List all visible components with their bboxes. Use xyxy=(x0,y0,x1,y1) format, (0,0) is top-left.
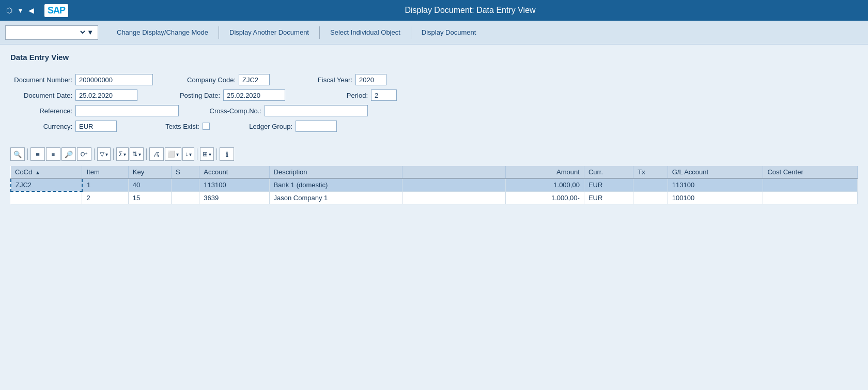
posting-date-group: Posting Date: xyxy=(158,89,285,101)
tb-sep-1 xyxy=(27,148,28,160)
cell-item[interactable]: 2 xyxy=(82,191,128,204)
company-code-input[interactable] xyxy=(239,74,270,85)
table-header: CoCd ▲ Item Key S Account Description Am… xyxy=(11,166,858,178)
reference-group: Reference: xyxy=(10,105,179,116)
menu-item-change-display[interactable]: Change Display/Change Mode xyxy=(109,25,216,39)
menu-separator-1 xyxy=(219,26,219,39)
table-header-row: CoCd ▲ Item Key S Account Description Am… xyxy=(11,166,858,178)
document-number-label: Document Number: xyxy=(10,76,72,84)
form-row-1: Document Number: Company Code: Fiscal Ye… xyxy=(10,74,858,85)
sort-button[interactable]: ⇅ ▾ xyxy=(130,147,144,161)
col-header-cocd: CoCd ▲ xyxy=(11,166,82,178)
currency-input[interactable] xyxy=(75,121,117,132)
sum-button[interactable]: Σ ▾ xyxy=(116,147,129,161)
tb-sep-2 xyxy=(94,148,95,160)
table-row[interactable]: 2153639Jason Company 11.000,00-EUR100100 xyxy=(11,191,858,204)
menu-item-display-another[interactable]: Display Another Document xyxy=(221,25,317,39)
export-button[interactable]: ⬜ ▾ xyxy=(165,147,181,161)
texts-exist-checkbox[interactable] xyxy=(203,123,210,130)
col-header-cost-center: Cost Center xyxy=(763,166,858,178)
sort-dropdown-icon: ▾ xyxy=(138,152,141,157)
info-button[interactable]: ℹ xyxy=(220,147,234,161)
menu-item-display-document[interactable]: Display Document xyxy=(413,25,485,39)
period-group: Period: xyxy=(306,89,397,101)
align-center-button[interactable]: ≡ xyxy=(46,147,60,161)
align-left-icon: ≡ xyxy=(36,151,40,158)
nav-menu-button[interactable]: ⬡ xyxy=(4,5,14,16)
cell-account[interactable]: 113100 xyxy=(199,178,269,191)
search-button[interactable]: 🔎 xyxy=(61,147,76,161)
cell-cocd[interactable]: ZJC2 xyxy=(11,178,82,191)
period-input[interactable] xyxy=(371,89,397,101)
menu-separator-2 xyxy=(319,26,320,39)
cell-amount[interactable]: 1.000,00- xyxy=(505,191,584,204)
document-number-input[interactable] xyxy=(75,74,153,85)
layout-icon: ⊞ xyxy=(203,151,208,158)
document-number-group: Document Number: xyxy=(10,74,153,85)
cocd-sort-icon: ▲ xyxy=(35,170,40,175)
document-date-label: Document Date: xyxy=(10,92,72,99)
dropdown-arrow-icon: ▼ xyxy=(87,28,94,36)
menu-dropdown[interactable]: ▼ xyxy=(5,25,98,40)
zoom-button[interactable]: 🔍 xyxy=(10,147,25,161)
currency-label: Currency: xyxy=(10,123,72,130)
filter-icon: ▽ xyxy=(100,151,104,158)
cell-tx[interactable] xyxy=(633,191,668,204)
reference-input[interactable] xyxy=(75,105,179,116)
align-center-icon: ≡ xyxy=(52,151,55,157)
export-icon: ⬜ xyxy=(167,151,175,158)
posting-date-input[interactable] xyxy=(223,89,285,101)
cell-s[interactable] xyxy=(172,178,199,191)
cell-curr[interactable]: EUR xyxy=(584,191,633,204)
cell-amount[interactable]: 1.000,00 xyxy=(505,178,584,191)
nav-icons: ⬡ ▾ ◀ xyxy=(4,5,36,16)
cell-gl-account[interactable]: 113100 xyxy=(668,178,763,191)
cell-curr[interactable]: EUR xyxy=(584,178,633,191)
sap-logo: SAP xyxy=(44,4,68,17)
menu-item-select-individual[interactable]: Select Individual Object xyxy=(322,25,409,39)
command-dropdown[interactable] xyxy=(10,28,87,37)
col-header-spacer xyxy=(402,166,505,178)
table-row[interactable]: ZJC2140113100Bank 1 (domestic)1.000,00EU… xyxy=(11,178,858,191)
cell-key[interactable]: 40 xyxy=(128,178,171,191)
cell-spacer[interactable] xyxy=(402,178,505,191)
col-header-amount: Amount xyxy=(505,166,584,178)
download-button[interactable]: ↓ ▾ xyxy=(182,147,194,161)
tb-sep-3 xyxy=(113,148,114,160)
ledger-group-input[interactable] xyxy=(296,121,337,132)
cell-gl-account[interactable]: 100100 xyxy=(668,191,763,204)
cell-s[interactable] xyxy=(172,191,199,204)
tb-sep-4 xyxy=(146,148,147,160)
cell-tx[interactable] xyxy=(633,178,668,191)
cell-key[interactable]: 15 xyxy=(128,191,171,204)
cell-description[interactable]: Jason Company 1 xyxy=(269,191,402,204)
align-left-button[interactable]: ≡ xyxy=(30,147,45,161)
col-header-curr: Curr. xyxy=(584,166,633,178)
menu-separator-3 xyxy=(411,26,411,39)
cell-account[interactable]: 3639 xyxy=(199,191,269,204)
tb-sep-5 xyxy=(197,148,197,160)
search-icon: 🔎 xyxy=(65,151,73,158)
company-code-group: Company Code: xyxy=(174,74,270,85)
cross-comp-input[interactable] xyxy=(265,105,368,116)
header-title: Display Document: Data Entry View xyxy=(76,6,864,15)
cell-cocd[interactable] xyxy=(11,191,82,204)
filter-button[interactable]: ▽ ▾ xyxy=(97,147,111,161)
cell-cost-center[interactable] xyxy=(763,191,858,204)
cell-cost-center[interactable] xyxy=(763,178,858,191)
print-button[interactable]: 🖨 xyxy=(149,147,164,161)
back-button[interactable]: ◀ xyxy=(26,5,36,16)
cell-item[interactable]: 1 xyxy=(82,178,128,191)
table-toolbar: 🔍 ≡ ≡ 🔎 Q⁺ ▽ ▾ Σ ▾ ⇅ ▾ 🖨 xyxy=(10,144,858,164)
layout-button[interactable]: ⊞ ▾ xyxy=(200,147,214,161)
cell-spacer[interactable] xyxy=(402,191,505,204)
fiscal-year-input[interactable] xyxy=(355,74,386,85)
info-icon: ℹ xyxy=(226,151,228,158)
fiscal-year-label: Fiscal Year: xyxy=(290,76,352,84)
add-row-button[interactable]: Q⁺ xyxy=(77,147,91,161)
document-date-input[interactable] xyxy=(75,89,137,101)
cell-description[interactable]: Bank 1 (domestic) xyxy=(269,178,402,191)
tb-sep-6 xyxy=(216,148,217,160)
cocd-label: CoCd xyxy=(15,168,32,176)
nav-dropdown-button[interactable]: ▾ xyxy=(17,5,24,16)
